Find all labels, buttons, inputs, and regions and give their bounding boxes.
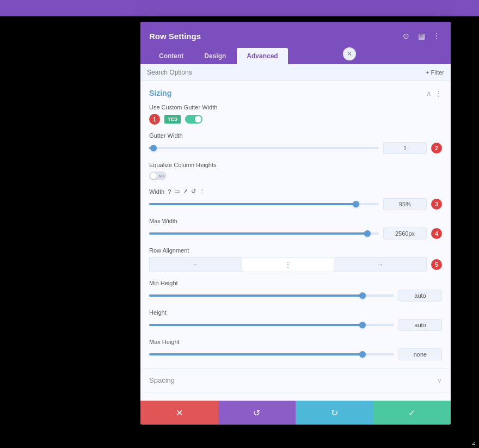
width-help-icon[interactable]: ?	[168, 188, 171, 195]
row-alignment-label: Row Alignment	[149, 247, 442, 254]
badge-1: 1	[149, 114, 160, 125]
custom-gutter-toggle-container: 1 YES	[149, 114, 442, 125]
top-purple-bar	[0, 0, 479, 16]
cancel-button[interactable]: ✕	[140, 401, 218, 425]
max-height-slider-row: none	[149, 348, 442, 360]
min-height-track	[149, 294, 394, 297]
height-label: Height	[149, 309, 442, 316]
border-section: Border ∨	[140, 392, 451, 401]
spacing-title: Spacing	[149, 376, 175, 384]
panel-header: Row Settings ⊙ ▦ ⋮ Content Design Advanc…	[140, 22, 451, 64]
min-height-setting: Min Height auto	[149, 280, 442, 302]
width-value[interactable]: 95%	[383, 198, 427, 210]
max-height-value[interactable]: none	[398, 348, 442, 360]
max-width-track	[149, 232, 379, 235]
header-top: Row Settings ⊙ ▦ ⋮	[149, 30, 442, 41]
max-width-thumb[interactable]	[364, 230, 371, 237]
gutter-width-label: Gutter Width	[149, 132, 442, 139]
min-height-fill	[149, 294, 363, 297]
height-value[interactable]: auto	[398, 319, 442, 331]
width-label-row: Width ? ▭ ↗ ↺ ⋮	[149, 188, 442, 195]
tab-design[interactable]: Design	[194, 48, 236, 64]
max-width-label: Max Width	[149, 218, 442, 224]
height-fill	[149, 324, 363, 326]
max-height-setting: Max Height none	[149, 339, 442, 360]
gutter-width-slider-row: 1 2	[149, 142, 442, 154]
panel-footer: ✕ ↺ ↻ ✓	[140, 401, 451, 425]
align-left-btn[interactable]: ←	[150, 257, 242, 272]
width-cursor-icon[interactable]: ↗	[183, 188, 188, 195]
badge-4: 4	[431, 228, 442, 239]
badge-5: 5	[431, 259, 442, 270]
max-width-slider-row: 2560px 4	[149, 228, 442, 240]
max-height-thumb[interactable]	[359, 351, 366, 358]
height-track	[149, 324, 394, 326]
section-more-icon[interactable]: ⋮	[435, 89, 442, 97]
collapse-icon[interactable]: ∧	[426, 89, 432, 97]
gutter-width-fill	[149, 147, 153, 149]
width-track	[149, 203, 379, 205]
panel-title: Row Settings	[149, 32, 201, 41]
redo-button[interactable]: ↻	[296, 401, 373, 425]
equalize-toggle[interactable]	[149, 171, 167, 180]
header-icons: ⊙ ▦ ⋮	[401, 30, 442, 41]
settings-icon[interactable]: ⊙	[401, 30, 412, 41]
gutter-width-setting: Gutter Width 1 2	[149, 132, 442, 154]
equalize-label: Equalize Column Heights	[149, 162, 442, 168]
badge-2: 2	[431, 143, 442, 154]
max-height-track	[149, 353, 394, 355]
width-thumb[interactable]	[353, 201, 359, 207]
width-reset-icon[interactable]: ↺	[191, 188, 196, 195]
search-input[interactable]	[147, 69, 426, 76]
max-width-setting: Max Width 2560px 4	[149, 218, 442, 240]
height-setting: Height auto	[149, 309, 442, 331]
toggle-yes-label: YES	[164, 115, 181, 124]
close-button[interactable]: ✕	[343, 47, 356, 60]
gutter-width-thumb[interactable]	[150, 145, 157, 151]
gutter-width-value[interactable]: 1	[383, 142, 427, 154]
sizing-title: Sizing	[149, 89, 171, 97]
max-width-value[interactable]: 2560px	[383, 228, 427, 240]
save-button[interactable]: ✓	[373, 401, 451, 425]
sizing-section: Sizing ∧ ⋮ Use Custom Gutter Width 1 YES…	[140, 81, 451, 369]
resize-handle[interactable]: ⊿	[469, 438, 478, 447]
columns-icon[interactable]: ▦	[416, 30, 427, 41]
min-height-slider-row: auto	[149, 290, 442, 302]
align-center-btn[interactable]: ⋮	[242, 257, 335, 272]
tab-content[interactable]: Content	[149, 48, 193, 64]
max-height-fill	[149, 353, 363, 355]
width-desktop-icon[interactable]: ▭	[174, 188, 180, 195]
tab-advanced[interactable]: Advanced	[237, 48, 287, 64]
width-label: Width	[149, 188, 164, 195]
tabs: Content Design Advanced	[149, 48, 442, 64]
row-alignment-setting: Row Alignment ← ⋮ → 5	[149, 247, 442, 272]
height-slider-row: auto	[149, 319, 442, 331]
min-height-value[interactable]: auto	[398, 290, 442, 302]
gutter-toggle[interactable]	[185, 115, 202, 124]
row-settings-panel: Row Settings ⊙ ▦ ⋮ Content Design Advanc…	[140, 22, 451, 425]
spacing-expand-icon[interactable]: ∨	[437, 377, 442, 384]
sizing-section-header: Sizing ∧ ⋮	[149, 89, 442, 97]
alignment-buttons: ← ⋮ →	[149, 257, 427, 272]
sizing-section-icons: ∧ ⋮	[426, 89, 442, 97]
min-height-thumb[interactable]	[359, 292, 366, 299]
more-icon[interactable]: ⋮	[431, 30, 442, 41]
spacing-section: Spacing ∨	[140, 369, 451, 392]
width-slider-row: 95% 3	[149, 198, 442, 210]
width-more-icon[interactable]: ⋮	[199, 188, 205, 195]
search-bar: + Filter	[140, 64, 451, 81]
alignment-container: ← ⋮ → 5	[149, 257, 442, 272]
max-width-fill	[149, 232, 367, 235]
badge-3: 3	[431, 199, 442, 210]
width-setting: Width ? ▭ ↗ ↺ ⋮ 95% 3	[149, 188, 442, 210]
align-right-btn[interactable]: →	[334, 257, 426, 272]
width-fill	[149, 203, 356, 205]
height-thumb[interactable]	[359, 322, 366, 328]
filter-button[interactable]: + Filter	[426, 69, 444, 76]
panel-content: Sizing ∧ ⋮ Use Custom Gutter Width 1 YES…	[140, 81, 451, 401]
custom-gutter-label: Use Custom Gutter Width	[149, 104, 442, 111]
min-height-label: Min Height	[149, 280, 442, 286]
max-height-label: Max Height	[149, 339, 442, 345]
reset-button[interactable]: ↺	[218, 401, 296, 425]
equalize-heights-setting: Equalize Column Heights	[149, 162, 442, 180]
